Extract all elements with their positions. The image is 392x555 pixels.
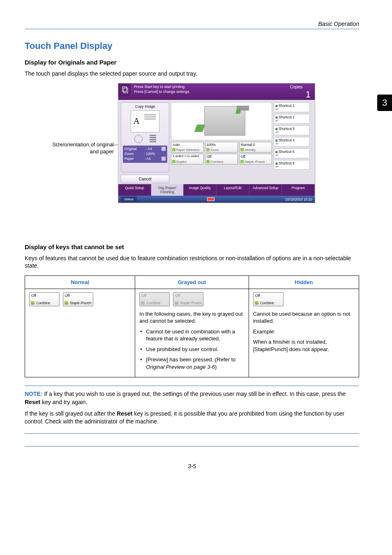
note-reset-2: Reset — [117, 410, 132, 417]
shortcut-2[interactable]: Shortcut 2↵ — [274, 114, 310, 124]
cell-normal: OffCombine OffStaple /Punch — [25, 289, 135, 377]
copy-image-column: Copy Image A Original: A4 Zoom: 100% — [121, 102, 169, 183]
note-block: NOTE: If a key that you wish to use is g… — [25, 386, 359, 433]
preview-page: A — [131, 110, 159, 132]
touch-panel-figure: Size/orientation of original and paper O… — [60, 83, 323, 227]
portrait-icon — [161, 147, 166, 151]
cell-hidden: OffCombine Cannot be used because an opt… — [249, 289, 359, 377]
copies-value: 1 — [278, 89, 315, 100]
shortcut-6[interactable]: Shortcut 6↵ — [274, 160, 310, 170]
shortcut-4[interactable]: Shortcut 4↵ — [274, 137, 310, 147]
info-paper-value: : A4 — [145, 157, 151, 162]
grayed-bullet-3: [Preview] has been pressed. (Refer to Or… — [139, 356, 244, 370]
header-rule — [25, 29, 359, 29]
copies-label: Copies — [278, 85, 315, 89]
tab-advanced-setup[interactable]: Advanced Setup — [249, 184, 282, 196]
copy-image-box: Copy Image A Original: A4 Zoom: 100% — [121, 102, 169, 172]
shortcuts-column: Shortcut 1↵ Shortcut 2↵ Shortcut 3↵ Shor… — [274, 102, 310, 183]
panel-titlebar: Press Start key to start printing. Press… — [118, 83, 315, 100]
example-key-combine-hidden: OffCombine — [253, 292, 284, 306]
header-section: Basic Operation — [25, 21, 359, 27]
subsection-2-title: Display of keys that cannot be set — [25, 243, 359, 250]
combine-button[interactable]: OffCombine — [205, 154, 238, 164]
tab-quick-setup[interactable]: Quick Setup — [118, 184, 151, 196]
panel-main: Copy Image A Original: A4 Zoom: 100% — [118, 100, 315, 184]
page-title: Touch Panel Display — [25, 41, 359, 51]
preview-letter: A — [134, 116, 139, 126]
info-rows: Original: A4 Zoom: 100% Paper: A4 — [123, 146, 167, 163]
paper-selection-button[interactable]: AutoPaper Selection — [171, 142, 204, 153]
note-p1a: If a key that you wish to use is grayed … — [43, 391, 346, 397]
note-p2a: If the key is still grayed out after the — [25, 410, 117, 417]
info-original-label: Original — [125, 147, 136, 152]
staple-punch-button[interactable]: OffStaple /Punch — [239, 154, 272, 164]
cell-grayed: OffCombine OffStaple /Punch In the follo… — [135, 289, 249, 377]
note-label: NOTE: — [25, 391, 43, 397]
tab-org-paper-finishing[interactable]: Org./Paper/ Finishing — [151, 184, 184, 196]
example-key-combine-grayed: OffCombine — [139, 292, 170, 306]
printer-icon — [204, 106, 245, 136]
grayed-intro: In the following cases, the key is graye… — [139, 310, 244, 325]
shortcut-5[interactable]: Shortcut 5↵ — [274, 148, 310, 158]
status-button[interactable]: Status — [121, 197, 137, 202]
preview-lines — [144, 115, 156, 121]
tabs-row: Quick Setup Org./Paper/ Finishing Image … — [118, 184, 315, 196]
toner-indicator — [207, 197, 214, 201]
tab-layout-edit[interactable]: Layout/Edit — [217, 184, 249, 196]
density-button[interactable]: Normal 0Density — [239, 142, 272, 153]
example-key-staple-punch: OffStaple /Punch — [63, 292, 93, 306]
grayed-bullet-2: Use prohibited by user control. — [139, 346, 244, 353]
th-grayed: Grayed out — [135, 275, 249, 289]
svg-rect-1 — [124, 88, 128, 93]
panel-instruction-1: Press Start key to start printing. — [134, 85, 275, 90]
shortcut-3[interactable]: Shortcut 3↵ — [274, 125, 310, 135]
grayed-bullet-1: Cannot be used in combination with a fea… — [139, 328, 244, 342]
th-hidden: Hidden — [249, 275, 359, 289]
copy-icon — [118, 83, 131, 97]
datetime: 10/10/2010 10:10 — [285, 197, 312, 201]
shortcut-1[interactable]: Shortcut 1↵ — [274, 102, 310, 112]
touch-panel: Press Start key to start printing. Press… — [118, 83, 315, 203]
example-key-staple-punch-grayed: OffStaple /Punch — [173, 292, 203, 306]
key-states-table: Normal Grayed out Hidden OffCombine OffS… — [25, 275, 359, 378]
portrait-icon — [161, 157, 166, 161]
info-original-value: : A4 — [146, 147, 152, 152]
magnifier-icon — [131, 135, 159, 143]
copy-image-title: Copy Image — [123, 104, 167, 109]
note-p1c: key and try again. — [40, 399, 87, 405]
info-zoom-label: Zoom — [125, 152, 134, 157]
info-zoom-value: : 100% — [144, 152, 155, 157]
status-bar: Status 10/10/2010 10:10 — [118, 196, 315, 203]
callout-size-orientation: Size/orientation of original and paper — [52, 141, 114, 155]
hidden-text-1: Cannot be used because an option is not … — [253, 310, 355, 325]
zoom-button[interactable]: 100%Zoom — [205, 142, 238, 153]
page-number: 3-5 — [25, 463, 359, 469]
duplex-button[interactable]: 1-sided >>1-sidedDuplex — [171, 154, 204, 164]
copies-display: Copies 1 — [278, 83, 315, 100]
subsection-2-body: Keys of features that cannot be used due… — [25, 254, 359, 269]
footer-rule — [25, 446, 359, 446]
note-reset-1: Reset — [25, 399, 40, 405]
tab-program[interactable]: Program — [282, 184, 315, 196]
example-key-combine: OffCombine — [29, 292, 60, 306]
mid-column: Output tray AutoPaper Selection 100%Zoom… — [171, 102, 272, 183]
panel-instructions: Press Start key to start printing. Press… — [131, 83, 278, 100]
info-paper-label: Paper — [125, 157, 134, 162]
th-normal: Normal — [25, 275, 135, 289]
hidden-text-3: When a finisher is not installed, [Stapl… — [253, 338, 355, 353]
tab-image-quality[interactable]: Image Quality — [184, 184, 217, 196]
subsection-1-title: Display for Originals and Paper — [25, 59, 359, 66]
machine-illustration — [171, 102, 272, 140]
hidden-text-2: Example: — [253, 328, 355, 335]
svg-rect-0 — [122, 87, 127, 92]
function-button-grid: AutoPaper Selection 100%Zoom Normal 0Den… — [171, 142, 272, 164]
subsection-1-body: The touch panel displays the selected pa… — [25, 70, 359, 77]
cancel-button[interactable]: Cancel — [121, 175, 169, 183]
panel-instruction-2: Press [Cancel] to change settings. — [134, 90, 275, 95]
